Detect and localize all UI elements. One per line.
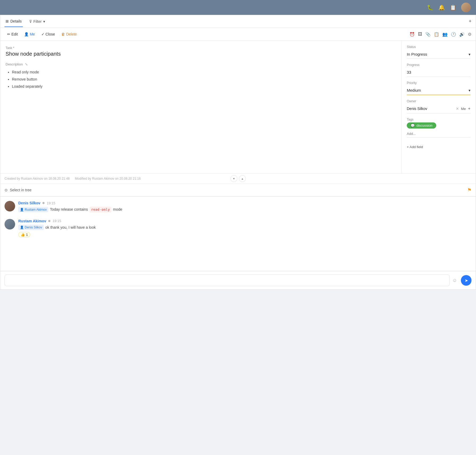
- send-icon: ➤: [465, 278, 468, 283]
- thumbsup-emoji: 👍: [21, 233, 25, 237]
- chat-input[interactable]: [5, 275, 450, 286]
- edit-icon: ✏: [7, 32, 10, 36]
- add-field-label: + Add field: [407, 145, 423, 149]
- comment-content-1: Today release contains: [50, 207, 88, 212]
- right-panel: Status In Progress ▾ Progress 33 Priorit…: [401, 41, 476, 173]
- me-button[interactable]: 👤 Me: [21, 30, 37, 38]
- emoji-button[interactable]: ☺: [452, 278, 457, 283]
- send-button[interactable]: ➤: [461, 275, 471, 286]
- owner-add-button[interactable]: +: [468, 106, 470, 111]
- comment-content-1b: mode: [113, 207, 122, 212]
- tag-label: discussion: [416, 123, 433, 127]
- progress-label: Progress: [407, 63, 470, 67]
- comment-header-1: Denis Silkov 19:15: [18, 201, 471, 205]
- delete-button[interactable]: 🗑 Delete: [59, 30, 79, 38]
- comment-body-1: Denis Silkov 19:15 👤 Rustam Akimov Today…: [18, 201, 471, 213]
- task-title: Show node participants: [6, 51, 396, 57]
- people-icon[interactable]: 👥: [442, 32, 448, 37]
- progress-value: 33: [407, 68, 470, 77]
- owner-remove-icon[interactable]: ✕: [456, 107, 459, 111]
- add-tab-button[interactable]: +: [469, 19, 471, 24]
- flag-icon[interactable]: ⚑: [467, 187, 471, 193]
- avatar[interactable]: [461, 3, 471, 12]
- status-dropdown[interactable]: In Progress ▾: [407, 50, 470, 59]
- delete-label: Delete: [66, 32, 77, 36]
- comments-section: Denis Silkov 19:15 👤 Rustam Akimov Today…: [0, 197, 476, 271]
- image-icon[interactable]: 🖼: [418, 32, 422, 37]
- expand-icon[interactable]: ⤡: [25, 62, 28, 66]
- tab-bar: ⊞ Details ⊽ Filter ▾ +: [0, 15, 476, 28]
- comment-time-2: 19:15: [53, 219, 61, 223]
- footer-meta: Created by Rustam Akimov on 18.08.20 21:…: [0, 173, 476, 184]
- clipboard-icon[interactable]: 📋: [450, 4, 456, 11]
- mention-rustam: 👤 Rustam Akimov: [18, 207, 48, 212]
- code-readonly: read-only: [90, 207, 111, 213]
- priority-chevron-icon: ▾: [469, 88, 470, 92]
- select-tree-label: Select in tree: [10, 188, 32, 192]
- scroll-down-button[interactable]: ▾: [230, 175, 237, 182]
- edit-button[interactable]: ✏ Edit: [5, 30, 20, 38]
- history-icon[interactable]: 🕐: [451, 32, 456, 37]
- close-button[interactable]: ✓ Close: [39, 30, 58, 38]
- top-bar: 🐛 🔔 📋: [0, 0, 476, 15]
- settings-icon[interactable]: ⚙: [468, 32, 471, 37]
- toolbar-left: ✏ Edit 👤 Me ✓ Close 🗑 Delete: [5, 30, 80, 38]
- filter-label: Filter: [33, 19, 42, 24]
- main-container: ⊞ Details ⊽ Filter ▾ + ✏ Edit 👤 Me ✓ Cl: [0, 15, 476, 290]
- edit-label: Edit: [11, 32, 18, 36]
- comment-header-2: Rustam Akimov 19:15: [18, 219, 471, 223]
- priority-field: Priority Medium ▾: [407, 81, 470, 95]
- left-panel: Task * Show node participants Descriptio…: [0, 41, 401, 173]
- progress-field: Progress 33: [407, 63, 470, 77]
- add-field-button[interactable]: + Add field: [407, 145, 470, 149]
- task-field-label: Task *: [6, 46, 396, 50]
- user-icon: 👤: [24, 32, 29, 36]
- comment-author-2: Rustam Akimov: [18, 219, 46, 223]
- description-item-2: Remove button: [12, 76, 396, 83]
- owner-name: Denis Silkov: [407, 107, 454, 111]
- toolbar: ✏ Edit 👤 Me ✓ Close 🗑 Delete ⏰ 🖼 📎 📋 👥 🕐: [0, 28, 476, 41]
- bug-icon[interactable]: 🐛: [427, 4, 434, 11]
- filter-button[interactable]: ⊽ Filter ▾: [27, 18, 47, 25]
- comment-content-2: ok thank you, I will have a look: [45, 225, 96, 230]
- comment-avatar-rustam: [5, 219, 15, 229]
- tags-section: Tags 💬 discussion: [407, 118, 470, 141]
- mention-denis: 👤 Denis Silkov: [18, 225, 44, 230]
- bell-icon[interactable]: 🔔: [438, 4, 445, 11]
- status-label: Status: [407, 45, 470, 49]
- owner-label: Owner: [407, 99, 470, 103]
- reaction-thumbsup-button[interactable]: 👍 1: [18, 232, 30, 237]
- owner-me-button[interactable]: Me: [461, 107, 466, 111]
- mention-user-icon: 👤: [20, 207, 24, 212]
- me-label: Me: [30, 32, 35, 36]
- paste-icon[interactable]: 📋: [434, 32, 439, 37]
- paperclip-icon[interactable]: 📎: [425, 32, 431, 37]
- scroll-up-button[interactable]: ▴: [239, 175, 246, 182]
- tab-left: ⊞ Details ⊽ Filter ▾: [5, 16, 47, 27]
- tag-add-input[interactable]: [407, 131, 470, 138]
- chat-input-bar: ☺ ➤: [0, 271, 476, 289]
- mention-user-icon-2: 👤: [20, 225, 24, 230]
- owner-row: Denis Silkov ✕ Me +: [407, 104, 470, 113]
- speaker-icon[interactable]: 🔊: [459, 32, 465, 37]
- description-text: Description: [6, 62, 23, 66]
- owner-field: Owner Denis Silkov ✕ Me +: [407, 99, 470, 113]
- trash-icon: 🗑: [61, 32, 65, 36]
- comment-1: Denis Silkov 19:15 👤 Rustam Akimov Today…: [5, 201, 471, 213]
- scroll-buttons: ▾ ▴: [230, 175, 246, 182]
- comment-body-2: Rustam Akimov 19:15 👤 Denis Silkov ok th…: [18, 219, 471, 237]
- reaction-count: 1: [26, 233, 28, 237]
- alarm-icon[interactable]: ⏰: [409, 32, 415, 37]
- reaction-row: 👍 1: [18, 230, 471, 237]
- tab-details[interactable]: ⊞ Details: [5, 16, 23, 27]
- filter-icon: ⊽: [29, 19, 32, 24]
- select-in-tree-button[interactable]: ⊙ Select in tree: [5, 188, 32, 192]
- content-area: Task * Show node participants Descriptio…: [0, 41, 476, 173]
- chevron-down-icon: ▾: [43, 19, 45, 24]
- online-dot-1: [42, 202, 45, 204]
- modified-text: Modified by Rustam Akimov on 20.08.20 21…: [75, 177, 141, 180]
- comment-time-1: 19:15: [47, 201, 55, 205]
- priority-dropdown[interactable]: Medium ▾: [407, 86, 470, 95]
- tag-discussion[interactable]: 💬 discussion: [407, 122, 436, 129]
- description-item-3: Loaded separately: [12, 83, 396, 90]
